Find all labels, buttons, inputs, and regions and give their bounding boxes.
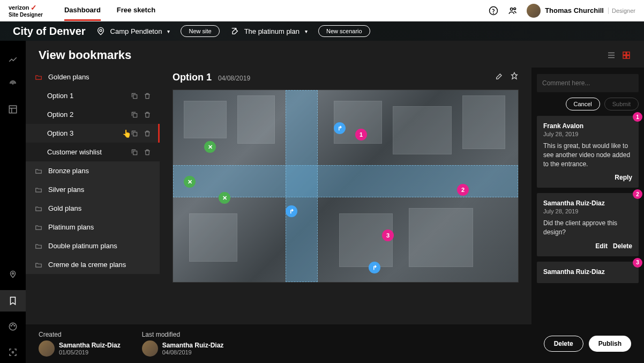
trash-icon[interactable]	[144, 92, 151, 100]
modified-block: Last modified Samantha Ruiz-Diaz 04/08/2…	[142, 331, 224, 357]
node-green-icon[interactable]: ✕	[184, 176, 196, 188]
folder-silver[interactable]: Silver plans	[26, 180, 160, 199]
svg-point-5	[12, 83, 13, 84]
top-nav: Dashboard Free sketch	[64, 1, 155, 21]
building	[189, 213, 237, 262]
tree-item-option-3[interactable]: Option 3 👆	[26, 124, 160, 143]
chevron-down-icon: ▾	[167, 28, 170, 34]
grid-view-icon[interactable]	[621, 50, 631, 60]
comment-input[interactable]	[537, 74, 639, 92]
tool-bookmark-icon[interactable]	[0, 290, 26, 312]
comment-text: This is great, but would like to see ano…	[543, 142, 632, 168]
edit-icon[interactable]	[495, 72, 504, 80]
created-label: Created	[39, 331, 121, 338]
publish-button[interactable]: Publish	[589, 336, 631, 352]
tree-item-option-1[interactable]: Option 1	[26, 86, 160, 105]
comment-card: 1 Frank Avalon July 28, 2019 This is gre…	[537, 116, 639, 188]
created-block: Created Samantha Ruiz-Diaz 01/05/2019	[39, 331, 121, 357]
reply-button[interactable]: Reply	[615, 174, 632, 181]
marker-3[interactable]: 3	[382, 229, 394, 241]
tree-item-customer-wishlist[interactable]: Customer wishlist	[26, 143, 160, 161]
svg-rect-17	[133, 94, 137, 98]
preview-actions	[495, 72, 519, 80]
comment-date: July 28, 2019	[543, 208, 632, 214]
plan-selector[interactable]: The platinum plan ▾	[230, 27, 308, 35]
copy-icon[interactable]	[131, 130, 138, 137]
help-icon[interactable]	[488, 5, 499, 16]
node-green-icon[interactable]: ✕	[204, 141, 216, 153]
folder-double-platinum[interactable]: Double platinum plans	[26, 236, 160, 255]
plan-name: The platinum plan	[244, 27, 299, 35]
tool-layout-icon[interactable]	[0, 99, 26, 120]
trash-icon[interactable]	[144, 149, 151, 156]
modified-label: Last modified	[142, 331, 224, 338]
building	[462, 95, 505, 149]
footer-buttons: Delete Publish	[544, 336, 631, 352]
folder-platinum[interactable]: Platinum plans	[26, 218, 160, 236]
svg-point-11	[14, 325, 15, 327]
site-name: Camp Pendleton	[110, 27, 162, 35]
tool-signal-icon[interactable]	[0, 73, 26, 94]
submit-button[interactable]: Submit	[604, 98, 639, 110]
copy-icon[interactable]	[131, 92, 138, 100]
node-blue-icon[interactable]: ↱	[369, 262, 380, 273]
marker-2[interactable]: 2	[457, 184, 469, 196]
footer: Created Samantha Ruiz-Diaz 01/05/2019 La…	[26, 324, 644, 363]
trash-icon[interactable]	[144, 130, 151, 137]
new-scenario-button[interactable]: New scenario	[318, 25, 370, 37]
svg-rect-16	[627, 56, 630, 58]
tree-item-actions	[131, 92, 151, 100]
bookmark-tree: Golden plans Option 1 Option 2	[26, 68, 160, 324]
svg-rect-19	[133, 132, 137, 136]
tool-draw-icon[interactable]	[0, 47, 26, 69]
tool-pin-icon[interactable]	[0, 264, 26, 286]
view-toggle	[606, 50, 631, 60]
user-avatar	[527, 4, 541, 18]
folder-bronze[interactable]: Bronze plans	[26, 161, 160, 180]
modified-name: Samantha Ruiz-Diaz	[162, 342, 224, 349]
site-selector[interactable]: Camp Pendleton ▾	[96, 27, 170, 35]
top-bar: verizon✓ Site Designer Dashboard Free sk…	[0, 0, 644, 21]
folder-creme[interactable]: Creme de la creme plans	[26, 255, 160, 274]
comment-badge: 1	[633, 112, 642, 122]
tool-palette-icon[interactable]	[0, 316, 26, 337]
nav-dashboard[interactable]: Dashboard	[64, 1, 101, 21]
marker-1[interactable]: 1	[355, 129, 367, 140]
building	[393, 106, 452, 154]
map-preview[interactable]: 1 2 3 ✕ ✕ ✕ ↱ ↱ ↱	[173, 90, 519, 283]
delete-button[interactable]: Delete	[544, 336, 583, 352]
user-chip[interactable]: Thomas Churchill Designer	[527, 4, 635, 18]
svg-rect-15	[623, 56, 626, 58]
comments-panel: Cancel Submit 1 Frank Avalon July 28, 20…	[531, 68, 644, 324]
svg-point-4	[100, 29, 102, 32]
cancel-button[interactable]: Cancel	[566, 98, 600, 110]
folder-icon	[34, 205, 43, 212]
pin-icon[interactable]	[510, 72, 519, 80]
svg-point-12	[12, 352, 14, 353]
node-green-icon[interactable]: ✕	[219, 192, 230, 204]
copy-icon[interactable]	[131, 111, 138, 118]
copy-icon[interactable]	[131, 149, 138, 156]
preview-title: Option 1	[173, 72, 212, 83]
tree-item-actions	[131, 130, 151, 137]
created-name: Samantha Ruiz-Diaz	[59, 342, 121, 349]
nav-free-sketch[interactable]: Free sketch	[117, 1, 155, 21]
tree-item-option-2[interactable]: Option 2	[26, 105, 160, 124]
tool-scan-icon[interactable]	[0, 342, 26, 363]
folder-label: Golden plans	[48, 73, 89, 81]
team-icon[interactable]	[507, 5, 518, 16]
new-site-button[interactable]: New site	[181, 25, 219, 37]
node-blue-icon[interactable]: ↱	[286, 205, 297, 217]
folder-label: Gold plans	[48, 204, 81, 212]
page-title: View bookmarks	[39, 48, 131, 62]
svg-rect-18	[133, 113, 137, 117]
node-blue-icon[interactable]: ↱	[334, 122, 346, 134]
delete-button[interactable]: Delete	[613, 242, 632, 250]
folder-golden-plans[interactable]: Golden plans	[26, 68, 160, 86]
edit-button[interactable]: Edit	[595, 242, 608, 250]
trash-icon[interactable]	[144, 111, 151, 118]
svg-point-9	[11, 325, 12, 327]
folder-gold[interactable]: Gold plans	[26, 199, 160, 218]
svg-point-2	[511, 8, 513, 10]
list-view-icon[interactable]	[606, 50, 616, 60]
